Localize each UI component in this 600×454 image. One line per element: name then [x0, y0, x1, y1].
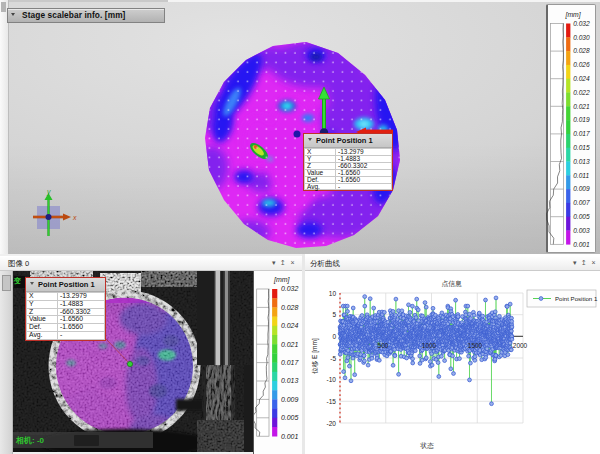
svg-text:-5: -5: [330, 355, 336, 362]
svg-text:状态: 状态: [420, 442, 435, 449]
svg-text:2000: 2000: [513, 342, 528, 349]
svg-text:0.032: 0.032: [281, 285, 299, 292]
svg-text:0.009: 0.009: [281, 396, 299, 403]
svg-text:位移 E [mm]: 位移 E [mm]: [311, 338, 319, 374]
svg-text:5: 5: [332, 311, 336, 318]
svg-text:0.001: 0.001: [573, 241, 590, 248]
svg-text:-20: -20: [327, 420, 337, 427]
svg-text:0.013: 0.013: [281, 377, 299, 384]
svg-text:-15: -15: [327, 398, 337, 405]
svg-text:0.024: 0.024: [281, 322, 299, 329]
svg-text:0.024: 0.024: [573, 75, 590, 82]
svg-text:0.022: 0.022: [573, 89, 590, 96]
svg-text:0.001: 0.001: [281, 433, 299, 440]
svg-text:0.026: 0.026: [573, 61, 590, 68]
svg-text:[mm]: [mm]: [273, 276, 291, 284]
svg-text:0: 0: [332, 333, 336, 340]
svg-text:0.028: 0.028: [573, 47, 590, 54]
svg-text:0.021: 0.021: [281, 341, 299, 348]
svg-text:[mm]: [mm]: [565, 11, 582, 19]
svg-text:1500: 1500: [468, 342, 483, 349]
svg-text:0.013: 0.013: [573, 158, 590, 165]
svg-text:0.017: 0.017: [573, 130, 590, 137]
svg-text:10: 10: [329, 290, 337, 297]
svg-text:0.011: 0.011: [573, 172, 589, 179]
svg-text:-10: -10: [327, 376, 337, 383]
svg-text:0.017: 0.017: [281, 359, 300, 366]
svg-text:500: 500: [378, 342, 389, 349]
svg-text:1000: 1000: [422, 342, 437, 349]
svg-text:y: y: [46, 188, 51, 196]
svg-text:0.009: 0.009: [573, 185, 590, 192]
svg-text:0.003: 0.003: [573, 227, 590, 234]
svg-text:0.021: 0.021: [573, 103, 590, 110]
svg-text:0.005: 0.005: [281, 414, 299, 421]
svg-text:0.019: 0.019: [573, 116, 590, 123]
svg-text:x: x: [72, 214, 77, 221]
svg-text:0.007: 0.007: [573, 199, 590, 206]
svg-text:0.005: 0.005: [573, 213, 590, 220]
svg-text:0.028: 0.028: [281, 304, 299, 311]
svg-text:相机: -0: 相机: -0: [15, 436, 45, 445]
svg-text:0.015: 0.015: [573, 144, 590, 151]
svg-text:0.032: 0.032: [573, 20, 590, 27]
svg-text:0.030: 0.030: [573, 34, 590, 41]
svg-text:点信息: 点信息: [442, 280, 463, 288]
svg-text:Point Position 1: Point Position 1: [555, 295, 598, 302]
